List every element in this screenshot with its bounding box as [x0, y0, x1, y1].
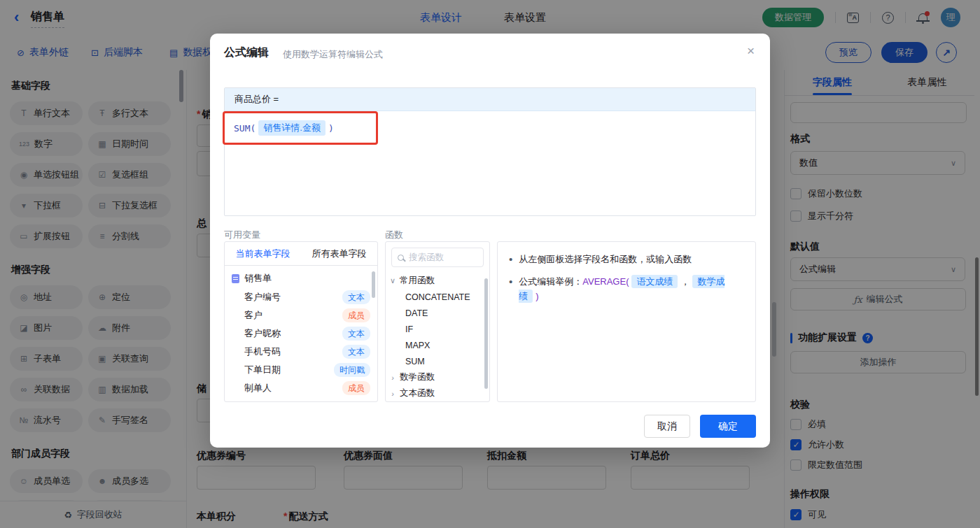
variables-panel: 当前表单字段 所有表单字段 销售单 客户编号文本 客户成员 客户昵称文本 手机号… [224, 241, 378, 402]
bullet: • [509, 252, 512, 266]
chevron-right-icon: › [386, 390, 400, 398]
modal-title: 公式编辑 [224, 45, 269, 60]
variable-row[interactable]: 客户成员 [225, 306, 377, 324]
cancel-button[interactable]: 取消 [644, 415, 690, 438]
group-math-functions[interactable]: ›数学函数 [386, 369, 489, 385]
functions-scrollbar[interactable] [484, 278, 488, 389]
function-if[interactable]: IF [386, 321, 489, 337]
type-badge: 文本 [342, 290, 370, 304]
search-placeholder: 搜索函数 [409, 252, 444, 264]
example-prefix: 公式编辑举例： [519, 276, 582, 287]
formula-edit-modal: 公式编辑 使用数学运算符编辑公式 × 商品总价 = SUM( 销售详情.金额 )… [210, 34, 770, 448]
chevron-down-icon: ∨ [386, 276, 400, 285]
example-close-paren: ) [536, 291, 538, 301]
type-badge [346, 401, 370, 402]
variables-label: 可用变量 [224, 229, 260, 241]
search-icon [398, 255, 404, 261]
example-function: AVERAGE( [582, 276, 629, 287]
function-search[interactable]: 搜索函数 [391, 248, 484, 267]
close-paren: ) [328, 123, 334, 134]
type-badge: 成员 [342, 381, 370, 395]
formula-target: 商品总价 = [225, 88, 755, 111]
chevron-right-icon: › [386, 373, 400, 382]
functions-panel: 搜索函数 ∨常用函数 CONCATENATE DATE IF MAPX SUM … [385, 241, 490, 402]
variable-row[interactable]: 客户昵称文本 [225, 324, 377, 343]
app-screen: ‹ 销售单 表单设计 表单设置 数据管理 ? 理 ⊘ 表单外链 ⊡ 后端脚本 ▤ [0, 0, 980, 528]
group-common-functions[interactable]: ∨常用函数 [386, 273, 489, 289]
function-name: SUM( [234, 123, 255, 134]
close-icon[interactable]: × [747, 43, 755, 59]
confirm-button[interactable]: 确定 [700, 415, 756, 438]
variable-row[interactable]: 下单日期时间戳 [225, 361, 377, 379]
type-badge: 文本 [342, 345, 370, 359]
form-doc-icon [232, 274, 239, 283]
type-badge: 成员 [342, 308, 370, 322]
type-badge: 时间戳 [334, 363, 370, 377]
tab-all-form-fields[interactable]: 所有表单字段 [301, 242, 377, 265]
tab-current-form-fields[interactable]: 当前表单字段 [225, 242, 301, 265]
variable-row[interactable]: 制单人成员 [225, 379, 377, 397]
function-concatenate[interactable]: CONCATENATE [386, 289, 489, 305]
variables-root[interactable]: 销售单 [225, 269, 377, 288]
formula-expression[interactable]: SUM( 销售详情.金额 ) [234, 120, 334, 136]
example-comma: ， [680, 276, 690, 287]
group-text-functions[interactable]: ›文本函数 [386, 385, 489, 401]
function-date[interactable]: DATE [386, 305, 489, 321]
modal-subtitle: 使用数学运算符编辑公式 [283, 48, 383, 61]
variables-tabs: 当前表单字段 所有表单字段 [225, 242, 377, 266]
variables-list: 销售单 客户编号文本 客户成员 客户昵称文本 手机号码文本 下单日期时间戳 制单… [225, 266, 377, 402]
variables-root-label: 销售单 [244, 272, 272, 285]
functions-label: 函数 [385, 229, 403, 241]
variable-row-partial[interactable] [225, 397, 377, 402]
variable-row[interactable]: 手机号码文本 [225, 343, 377, 361]
field-token[interactable]: 销售详情.金额 [258, 120, 326, 136]
function-mapx[interactable]: MAPX [386, 337, 489, 353]
function-sum[interactable]: SUM [386, 353, 489, 369]
bullet: • [509, 274, 512, 289]
tips-panel: • 从左侧面板选择字段名和函数，或输入函数 • 公式编辑举例：AVERAGE(语… [497, 241, 756, 402]
tip-line-2: • 公式编辑举例：AVERAGE(语文成绩，数学成绩) [509, 274, 744, 304]
example-token: 语文成绩 [631, 275, 678, 288]
variables-scrollbar[interactable] [372, 271, 375, 298]
formula-editor[interactable]: 商品总价 = [224, 87, 756, 216]
type-badge: 文本 [342, 327, 370, 341]
tip-line-1: • 从左侧面板选择字段名和函数，或输入函数 [509, 252, 744, 266]
variable-row[interactable]: 客户编号文本 [225, 288, 377, 306]
